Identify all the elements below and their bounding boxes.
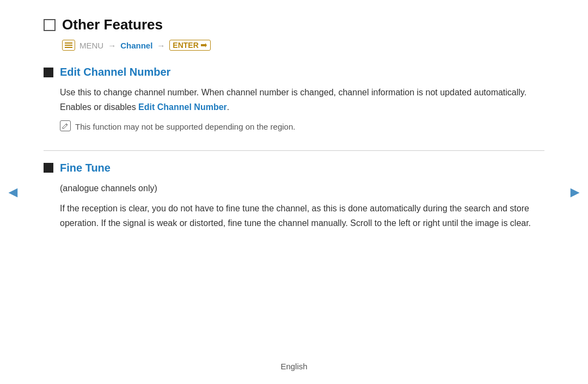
menu-path: MENU → Channel → ENTER <box>62 40 544 51</box>
footer: English <box>0 354 588 379</box>
note-row-1: This function may not be supported depen… <box>60 120 544 134</box>
feature-desc-1: Use this to change channel number. When … <box>60 85 544 114</box>
divider <box>44 150 544 151</box>
feature-header-2: Fine Tune <box>44 162 544 174</box>
menu-bar-3 <box>65 47 72 48</box>
feature-body-text-1: Use this to change channel number. When … <box>60 88 526 112</box>
channel-link: Channel <box>120 41 152 50</box>
menu-bars-icon <box>65 42 72 48</box>
feature-edit-channel-number: Edit Channel Number Use this to change c… <box>44 66 544 134</box>
footer-language: English <box>280 362 307 371</box>
enter-icon <box>200 42 207 48</box>
nav-arrow-left[interactable]: ◄ <box>5 184 21 201</box>
content-area: Other Features MENU → Channel → ENTER <box>0 0 588 384</box>
feature-body-2: (analogue channels only) If the receptio… <box>60 181 544 231</box>
feature-subtitle-2: (analogue channels only) <box>60 181 544 196</box>
feature-desc-2: If the reception is clear, you do not ha… <box>60 201 544 230</box>
inline-link-edit-channel: Edit Channel Number <box>138 102 227 112</box>
feature-header-1: Edit Channel Number <box>44 66 544 78</box>
nav-arrow-right[interactable]: ► <box>567 184 583 201</box>
feature-fine-tune: Fine Tune (analogue channels only) If th… <box>44 162 544 231</box>
feature-body-1: Use this to change channel number. When … <box>60 85 544 134</box>
arrow-1: → <box>108 41 116 50</box>
arrow-2: → <box>157 41 165 50</box>
section-header: Other Features <box>44 16 544 33</box>
pencil-icon <box>62 123 69 129</box>
enter-label: ENTER <box>173 41 198 50</box>
menu-bar-1 <box>65 42 72 44</box>
bullet-square-1 <box>44 68 53 77</box>
feature-body-end-1: . <box>227 102 229 112</box>
page-container: ◄ ► Other Features MENU → <box>0 0 588 384</box>
feature-title-1: Edit Channel Number <box>60 66 170 78</box>
section-title: Other Features <box>62 16 163 33</box>
enter-box: ENTER <box>169 40 210 51</box>
menu-label: MENU <box>79 41 103 50</box>
menu-bar-2 <box>65 45 72 46</box>
note-icon-1 <box>60 120 71 131</box>
feature-title-2: Fine Tune <box>60 162 111 174</box>
menu-icon <box>62 40 75 51</box>
note-text-1: This function may not be supported depen… <box>75 120 295 134</box>
checkbox-icon <box>44 19 56 31</box>
bullet-square-2 <box>44 163 53 173</box>
